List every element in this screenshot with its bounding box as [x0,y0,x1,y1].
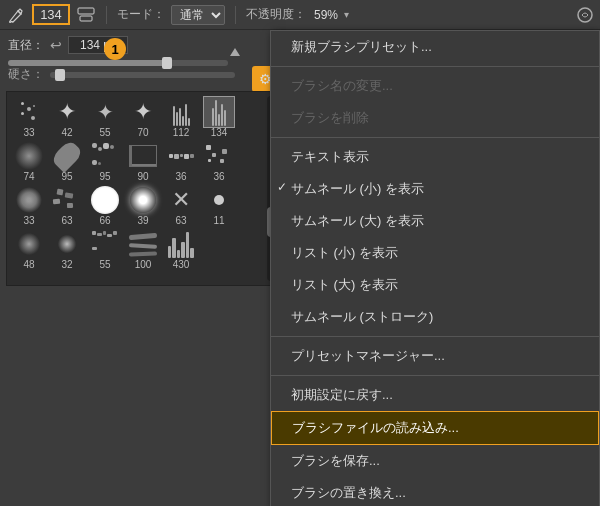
dropdown-item[interactable]: 新規ブラシプリセット... [271,31,599,63]
dropdown-item[interactable]: サムネール (ストローク) [271,301,599,333]
brush-preview [13,228,45,260]
brush-item[interactable]: 39 [125,184,161,226]
brush-item[interactable]: 33 [11,96,47,138]
grass-preview [173,98,190,126]
mode-select[interactable]: 通常 [171,5,225,25]
dropdown-item[interactable]: テキスト表示 [271,141,599,173]
svg-point-2 [578,8,592,22]
dropdown-item[interactable]: サムネール (大) を表示 [271,205,599,237]
brush-item[interactable]: 100 [125,228,161,270]
dropdown-divider [271,137,599,138]
brush-num: 95 [61,172,72,182]
brush-num: 74 [23,172,34,182]
brush-item[interactable]: 66 [87,184,123,226]
size-slider-thumb[interactable] [162,57,172,69]
brush-preview [165,96,197,128]
opacity-dropdown-arrow[interactable]: ▾ [344,9,349,20]
brush-row-4: 48 32 55 [11,228,273,270]
brush-item[interactable]: ✕ 63 [163,184,199,226]
brush-item[interactable]: 36 [163,140,199,182]
brush-num: 100 [135,260,152,270]
hardness-label: 硬さ： [8,66,44,83]
brush-options-icon[interactable] [76,5,96,25]
brush-grid: 33 ✦ 42 ✦ 55 ✦ 70 [6,91,278,286]
diameter-label: 直径： [8,37,44,54]
dropdown-item[interactable]: ブラシファイルの読み込み... [271,411,599,445]
brush-preview [165,140,197,172]
brush-panel: 直径： ↩ 134 px ⚙ 硬さ： [0,30,285,506]
brush-num: 11 [213,216,224,226]
brush-preview: ✦ [89,96,121,128]
hardness-row: 硬さ： [0,64,284,87]
brush-num: 48 [23,260,34,270]
brush-num: 39 [137,216,148,226]
dropdown-item: ブラシを削除 [271,102,599,134]
dropdown-item[interactable]: ブラシを保存... [271,445,599,477]
hardness-slider-track[interactable] [50,72,235,78]
brush-item[interactable]: 90 [125,140,161,182]
badge-1: 1 [104,38,126,60]
dropdown-item: ブラシ名の変更... [271,70,599,102]
brush-item[interactable]: 95 [87,140,123,182]
brush-preview [89,228,121,260]
separator2 [235,6,236,24]
brush-num: 32 [61,260,72,270]
brush-preview: ✦ [51,96,83,128]
brush-num: 95 [99,172,110,182]
brush-num: 63 [175,216,186,226]
mode-label: モード： [117,6,165,23]
brush-item[interactable]: 11 [201,184,237,226]
dropdown-item[interactable]: 初期設定に戻す... [271,379,599,411]
brush-item[interactable]: 112 [163,96,199,138]
brush-tool-icon[interactable] [6,5,26,25]
size-slider-track[interactable] [8,60,228,66]
opacity-label: 不透明度： [246,6,306,23]
brush-item[interactable]: 33 [11,184,47,226]
dropdown-item[interactable]: リスト (大) を表示 [271,269,599,301]
svg-rect-1 [80,16,92,21]
brush-item[interactable]: 36 [201,140,237,182]
toolbar: 134 モード： 通常 不透明度： 59% ▾ [0,0,600,30]
brush-item[interactable]: ✦ 70 [125,96,161,138]
brush-item[interactable]: 95 [49,140,85,182]
small-dot-brush [214,195,224,205]
brush-num: 42 [61,128,72,138]
brush-item[interactable]: 74 [11,140,47,182]
brush-num: 33 [23,128,34,138]
brush-item[interactable]: 55 [87,228,123,270]
diameter-row: 直径： ↩ 134 px [0,30,284,58]
brush-size-display[interactable]: 134 [32,4,70,25]
dropdown-divider [271,375,599,376]
dropdown-item[interactable]: プリセットマネージャー... [271,340,599,372]
brush-item[interactable]: ✦ 55 [87,96,123,138]
brush-options-dropdown: 新規ブラシプリセット...ブラシ名の変更...ブラシを削除テキスト表示サムネール… [270,30,600,506]
brush-preview: ✦ [127,96,159,128]
cross-brush: ✕ [172,189,190,211]
dropdown-item[interactable]: リスト (小) を表示 [271,237,599,269]
brush-item[interactable]: ✦ 42 [49,96,85,138]
brush-item[interactable]: 430 [163,228,199,270]
brush-item-selected[interactable]: 134 [201,96,237,138]
grass-brush-3 [168,230,194,258]
dropdown-divider [271,66,599,67]
brush-item[interactable]: 63 [49,184,85,226]
brush-num: 33 [23,216,34,226]
brush-num: 112 [173,128,190,138]
brush-row-1: 33 ✦ 42 ✦ 55 ✦ 70 [11,96,273,138]
brush-item[interactable]: 48 [11,228,47,270]
brush-item[interactable]: 32 [49,228,85,270]
brush-num: 90 [137,172,148,182]
brush-num: 66 [99,216,110,226]
brush-num: 70 [137,128,148,138]
brush-preview [51,184,83,216]
undo-button[interactable]: ↩ [50,37,62,53]
brush-num: 55 [99,128,110,138]
brush-preview-selected [203,96,235,128]
brush-preview [13,184,45,216]
dropdown-item[interactable]: ブラシの置き換え... [271,477,599,506]
hardness-slider-thumb[interactable] [55,69,65,81]
dropdown-item[interactable]: サムネール (小) を表示 [271,173,599,205]
brush-num: 36 [213,172,224,182]
flow-icon[interactable] [576,6,594,24]
brush-num: 55 [99,260,110,270]
